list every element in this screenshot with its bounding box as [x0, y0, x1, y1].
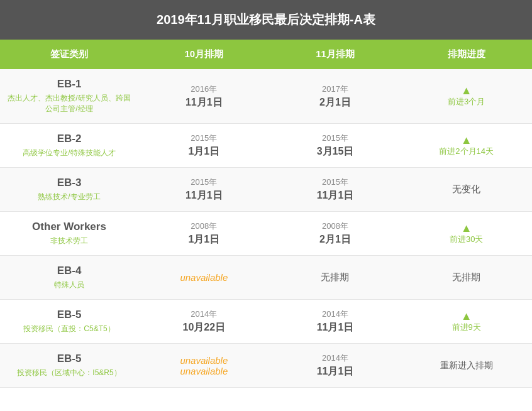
table-row: EB-3熟练技术/专业劳工2015年11月1日2015年11月1日无变化: [0, 168, 532, 212]
nov-day: 2月1日: [319, 96, 351, 109]
nov-year: 2014年: [322, 353, 348, 364]
page-wrapper: 2019年11月职业移民最后决定排期-A表 签证类别 10月排期 11月排期 排…: [0, 0, 532, 388]
progress-text: 前进9天: [452, 322, 481, 333]
progress-cell: 无变化: [401, 168, 532, 211]
visa-cell: EB-3熟练技术/专业劳工: [0, 168, 138, 211]
progress-cell: ▲前进3个月: [401, 69, 532, 123]
table-row: EB-4特殊人员unavailable无排期无排期: [0, 256, 532, 300]
nov-day: 11月1日: [317, 189, 354, 202]
main-table: 签证类别 10月排期 11月排期 排期进度 EB-1杰出人才、杰出教授/研究人员…: [0, 40, 532, 388]
progress-cell: ▲前进2个月14天: [401, 124, 532, 167]
nov-cell: 2017年2月1日: [270, 69, 401, 123]
oct-year: 2014年: [191, 309, 217, 320]
visa-cell: EB-2高级学位专业/特殊技能人才: [0, 124, 138, 167]
no-period-progress: 无排期: [452, 271, 480, 283]
nov-year: 2015年: [322, 133, 348, 144]
reenter-label: 重新进入排期: [440, 360, 493, 371]
table-row: Other Workers非技术劳工2008年1月1日2008年2月1日▲前进3…: [0, 212, 532, 256]
nov-cell: 2015年11月1日: [270, 168, 401, 211]
visa-desc: 杰出人才、杰出教授/研究人员、跨国公司主管/经理: [6, 93, 132, 114]
oct-cell: unavailableunavailable: [138, 344, 270, 387]
visa-desc: 投资移民（区域中心：I5&R5）: [17, 368, 121, 378]
nov-cell: 2015年3月15日: [270, 124, 401, 167]
nov-day: 11月1日: [317, 365, 354, 378]
oct-day: 1月1日: [188, 145, 219, 158]
visa-name: Other Workers: [32, 221, 106, 233]
nov-year: 2008年: [322, 221, 348, 232]
visa-name: EB-5: [57, 309, 82, 321]
visa-cell: EB-5投资移民（区域中心：I5&R5）: [0, 344, 138, 387]
table-row: EB-5投资移民（直投：C5&T5）2014年10月22日2014年11月1日▲…: [0, 300, 532, 344]
oct-cell: unavailable: [138, 256, 270, 299]
unavailable-label: unavailable: [180, 272, 228, 283]
header-col-progress: 排期进度: [401, 40, 532, 69]
oct-year: 2015年: [191, 133, 217, 144]
header-col-nov: 11月排期: [270, 40, 401, 69]
visa-desc: 投资移民（直投：C5&T5）: [23, 324, 114, 334]
arrow-up-icon: ▲: [461, 85, 472, 96]
unavailable-label2: unavailable: [180, 366, 228, 376]
table-row: EB-2高级学位专业/特殊技能人才2015年1月1日2015年3月15日▲前进2…: [0, 124, 532, 168]
visa-desc: 熟练技术/专业劳工: [38, 192, 100, 202]
progress-text: 前进30天: [450, 234, 483, 245]
oct-year: 2008年: [191, 221, 217, 232]
visa-desc: 高级学位专业/特殊技能人才: [23, 148, 115, 158]
oct-day: 10月22日: [183, 321, 226, 334]
oct-cell: 2015年11月1日: [138, 168, 270, 211]
oct-cell: 2014年10月22日: [138, 300, 270, 343]
nov-day: 11月1日: [317, 321, 354, 334]
nov-cell: 无排期: [270, 256, 401, 299]
nov-cell: 2008年2月1日: [270, 212, 401, 255]
arrow-up-icon: ▲: [461, 310, 472, 322]
oct-cell: 2015年1月1日: [138, 124, 270, 167]
unavailable-label: unavailable: [180, 355, 228, 366]
visa-cell: EB-5投资移民（直投：C5&T5）: [0, 300, 138, 343]
nov-cell: 2014年11月1日: [270, 300, 401, 343]
progress-up: ▲前进9天: [452, 310, 481, 333]
nov-year: 2017年: [322, 84, 348, 95]
nov-day: 2月1日: [319, 233, 351, 246]
oct-cell: 2016年11月1日: [138, 69, 270, 123]
progress-text: 前进2个月14天: [439, 146, 494, 157]
oct-day: 11月1日: [186, 96, 223, 109]
no-change-label: 无变化: [452, 184, 480, 195]
progress-up: ▲前进3个月: [448, 85, 485, 107]
progress-cell: 无排期: [401, 256, 532, 299]
table-row: EB-5投资移民（区域中心：I5&R5）unavailableunavailab…: [0, 344, 532, 388]
arrow-up-icon: ▲: [461, 134, 472, 146]
oct-cell: 2008年1月1日: [138, 212, 270, 255]
visa-desc: 非技术劳工: [50, 236, 88, 246]
progress-cell: 重新进入排期: [401, 344, 532, 387]
oct-year: 2015年: [191, 177, 217, 188]
header-col-visa: 签证类别: [0, 40, 138, 69]
header-col-oct: 10月排期: [138, 40, 270, 69]
oct-day: 11月1日: [186, 189, 223, 202]
visa-name: EB-1: [57, 78, 82, 90]
progress-cell: ▲前进9天: [401, 300, 532, 343]
table-row: EB-1杰出人才、杰出教授/研究人员、跨国公司主管/经理2016年11月1日20…: [0, 69, 532, 124]
page-title: 2019年11月职业移民最后决定排期-A表: [0, 0, 532, 40]
nov-year: 2014年: [322, 309, 348, 320]
oct-day: 1月1日: [188, 233, 219, 246]
table-body: EB-1杰出人才、杰出教授/研究人员、跨国公司主管/经理2016年11月1日20…: [0, 69, 532, 388]
visa-cell: EB-4特殊人员: [0, 256, 138, 299]
progress-text: 前进3个月: [448, 96, 485, 107]
oct-year: 2016年: [191, 84, 217, 95]
visa-desc: 特殊人员: [54, 280, 84, 290]
arrow-up-icon: ▲: [461, 222, 472, 234]
visa-name: EB-5: [57, 353, 82, 365]
visa-name: EB-2: [57, 133, 82, 145]
nov-year: 2015年: [322, 177, 348, 188]
table-header: 签证类别 10月排期 11月排期 排期进度: [0, 40, 532, 69]
visa-name: EB-4: [57, 265, 82, 277]
progress-up: ▲前进2个月14天: [439, 134, 494, 157]
nov-day: 3月15日: [317, 145, 354, 158]
nov-cell: 2014年11月1日: [270, 344, 401, 387]
visa-name: EB-3: [57, 177, 82, 189]
visa-cell: EB-1杰出人才、杰出教授/研究人员、跨国公司主管/经理: [0, 69, 138, 123]
progress-up: ▲前进30天: [450, 222, 483, 245]
visa-cell: Other Workers非技术劳工: [0, 212, 138, 255]
progress-cell: ▲前进30天: [401, 212, 532, 255]
no-period-label: 无排期: [321, 271, 349, 283]
